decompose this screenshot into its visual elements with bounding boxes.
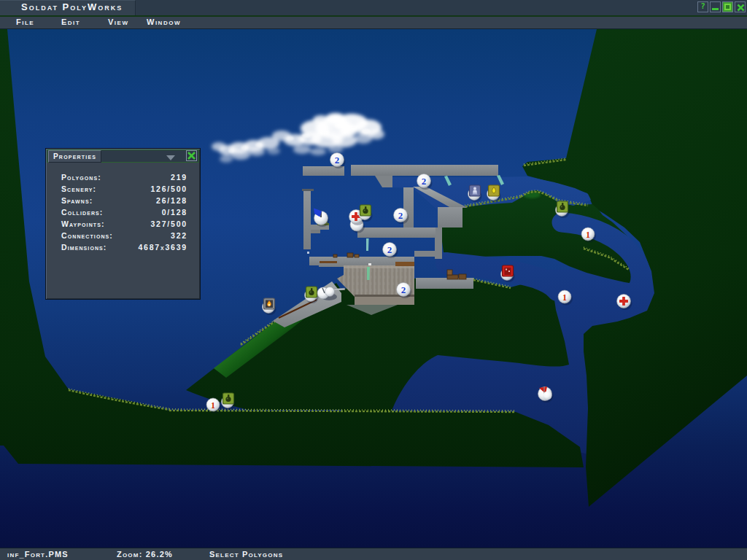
close-button[interactable] <box>735 1 746 12</box>
menu-view[interactable]: View <box>108 18 128 26</box>
window-title: Soldat PolyWorks <box>21 1 123 12</box>
svg-text:2: 2 <box>422 176 427 187</box>
status-tool: Select Polygons <box>209 550 283 559</box>
menu-bar: File Edit View Window <box>0 17 747 29</box>
fort-foot-step[interactable] <box>311 230 320 233</box>
property-row: Dimensions:4687x3639 <box>61 243 187 253</box>
svg-text:1: 1 <box>211 400 215 411</box>
svg-text:1: 1 <box>586 230 590 240</box>
fort-wall-west[interactable] <box>303 190 311 249</box>
svg-text:2: 2 <box>387 244 392 255</box>
properties-panel-body: Polygons:219 Scenery:126/500 Spawns:26/1… <box>47 163 199 298</box>
svg-text:2: 2 <box>398 210 403 221</box>
panel-close-button[interactable] <box>186 150 197 161</box>
status-zoom: Zoom: 26.2% <box>117 550 173 559</box>
properties-panel: Properties Polygons:219 Scenery:126/500 … <box>45 148 201 300</box>
menu-edit[interactable]: Edit <box>61 18 80 26</box>
properties-panel-title: Properties <box>48 150 101 163</box>
property-row: Spawns:26/128 <box>61 196 187 206</box>
fort-step-east[interactable] <box>414 251 442 257</box>
polyworks-window: 22222111 Soldat PolyWorks ? File Edit Vi… <box>0 0 747 560</box>
minimize-icon <box>712 8 719 10</box>
close-icon <box>736 3 746 12</box>
panel-close-icon <box>187 151 196 160</box>
fort-wall-west-cap <box>302 189 314 191</box>
help-button[interactable]: ? <box>697 1 708 12</box>
property-row: Polygons:219 <box>61 173 187 183</box>
maximize-button[interactable] <box>722 1 733 12</box>
svg-text:2: 2 <box>401 284 406 295</box>
property-row: Waypoints:327/500 <box>61 219 187 230</box>
bunker-beam <box>395 262 414 266</box>
fort-floor-mid[interactable] <box>357 228 436 238</box>
minimize-button[interactable] <box>710 1 721 12</box>
svg-text:2: 2 <box>335 155 340 166</box>
property-row: Connections:322 <box>61 231 187 241</box>
svg-text:1: 1 <box>562 292 567 303</box>
fort-platform-east[interactable] <box>438 207 462 228</box>
menu-window[interactable]: Window <box>147 18 181 26</box>
status-bar: inf_Fort.PMS Zoom: 26.2% Select Polygons <box>0 548 747 560</box>
wood-lip-west <box>320 261 337 263</box>
status-filename: inf_Fort.PMS <box>7 550 69 559</box>
properties-panel-titlebar[interactable]: Properties <box>47 149 199 163</box>
maximize-icon <box>724 4 731 10</box>
menu-file[interactable]: File <box>16 18 34 26</box>
title-bar[interactable]: Soldat PolyWorks ? <box>0 0 747 17</box>
property-row: Scenery:126/500 <box>61 184 187 195</box>
property-row: Colliders:0/128 <box>61 208 187 218</box>
collapse-button[interactable] <box>166 155 175 160</box>
